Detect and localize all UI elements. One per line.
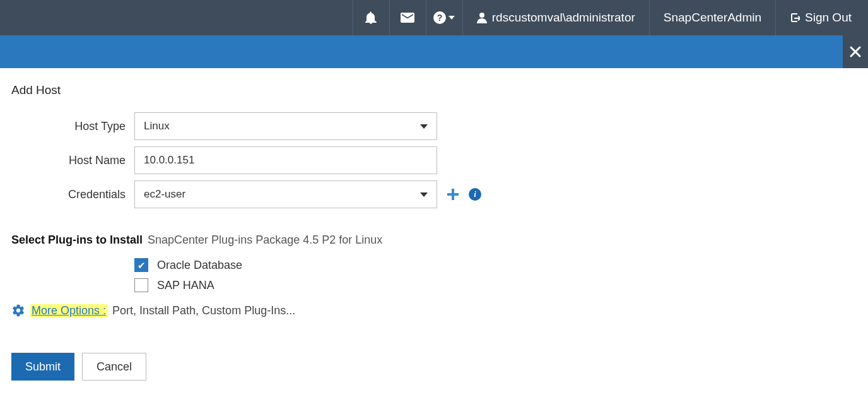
submit-button[interactable]: Submit bbox=[11, 353, 74, 381]
credentials-label: Credentials bbox=[11, 188, 134, 201]
host-name-label: Host Name bbox=[11, 154, 134, 167]
gear-icon bbox=[11, 304, 25, 317]
content-area: Add Host Host Type Linux Host Name 10.0.… bbox=[0, 68, 868, 381]
svg-rect-6 bbox=[447, 193, 459, 196]
credentials-info-button[interactable]: i bbox=[469, 188, 481, 201]
plus-icon bbox=[446, 187, 460, 201]
credentials-select[interactable]: ec2-user bbox=[134, 180, 437, 208]
sub-header bbox=[0, 35, 868, 68]
plugin-row-saphana: SAP HANA bbox=[134, 278, 857, 292]
plugins-header: Select Plug-ins to Install SnapCenter Pl… bbox=[11, 234, 857, 247]
button-row: Submit Cancel bbox=[11, 353, 857, 381]
user-label: rdscustomval\administrator bbox=[492, 11, 635, 25]
page-title: Add Host bbox=[11, 83, 857, 97]
role-label: SnapCenterAdmin bbox=[664, 11, 761, 25]
plugins-header-label: Select Plug-ins to Install bbox=[11, 234, 143, 247]
host-type-value: Linux bbox=[144, 120, 170, 133]
user-icon bbox=[477, 12, 487, 23]
more-options-link[interactable]: More Options : bbox=[30, 304, 107, 317]
plugin-label: Oracle Database bbox=[157, 259, 242, 272]
more-options-desc: Port, Install Path, Custom Plug-Ins... bbox=[112, 304, 295, 317]
host-name-row: Host Name 10.0.0.151 bbox=[11, 146, 857, 174]
signout-button[interactable]: Sign Out bbox=[775, 0, 868, 35]
host-type-label: Host Type bbox=[11, 120, 134, 133]
add-credential-button[interactable] bbox=[446, 187, 460, 201]
chevron-down-icon bbox=[420, 124, 428, 129]
mail-icon bbox=[401, 13, 414, 23]
help-icon: ? bbox=[433, 11, 446, 24]
plugin-checkbox-saphana[interactable] bbox=[134, 278, 148, 292]
signout-icon bbox=[790, 12, 800, 23]
cancel-button[interactable]: Cancel bbox=[82, 353, 146, 381]
bell-icon bbox=[365, 11, 377, 24]
close-icon bbox=[849, 45, 862, 58]
plugins-package-label: SnapCenter Plug-ins Package 4.5 P2 for L… bbox=[148, 234, 382, 247]
messages-button[interactable] bbox=[389, 0, 426, 35]
check-icon: ✔ bbox=[138, 261, 146, 270]
chevron-down-icon bbox=[449, 16, 455, 20]
user-menu[interactable]: rdscustomval\administrator bbox=[462, 0, 649, 35]
notifications-button[interactable] bbox=[353, 0, 389, 35]
role-label-item[interactable]: SnapCenterAdmin bbox=[649, 0, 775, 35]
signout-label: Sign Out bbox=[805, 11, 852, 25]
host-name-input[interactable]: 10.0.0.151 bbox=[134, 146, 437, 174]
chevron-down-icon bbox=[420, 192, 428, 197]
svg-point-2 bbox=[479, 13, 484, 18]
host-type-select[interactable]: Linux bbox=[134, 112, 437, 140]
help-menu[interactable]: ? bbox=[426, 0, 462, 35]
more-options-row: More Options : Port, Install Path, Custo… bbox=[11, 304, 857, 317]
info-icon: i bbox=[474, 189, 476, 199]
host-type-row: Host Type Linux bbox=[11, 112, 857, 140]
plugin-label: SAP HANA bbox=[157, 279, 214, 292]
credentials-value: ec2-user bbox=[144, 188, 185, 201]
close-panel-button[interactable] bbox=[843, 35, 868, 68]
plugin-checkbox-oracle[interactable]: ✔ bbox=[134, 258, 148, 272]
host-name-value: 10.0.0.151 bbox=[144, 154, 194, 167]
credentials-row: Credentials ec2-user i bbox=[11, 180, 857, 208]
top-nav: ? rdscustomval\administrator SnapCenterA… bbox=[0, 0, 868, 35]
plugin-row-oracle: ✔ Oracle Database bbox=[134, 258, 857, 272]
svg-text:?: ? bbox=[437, 13, 443, 23]
